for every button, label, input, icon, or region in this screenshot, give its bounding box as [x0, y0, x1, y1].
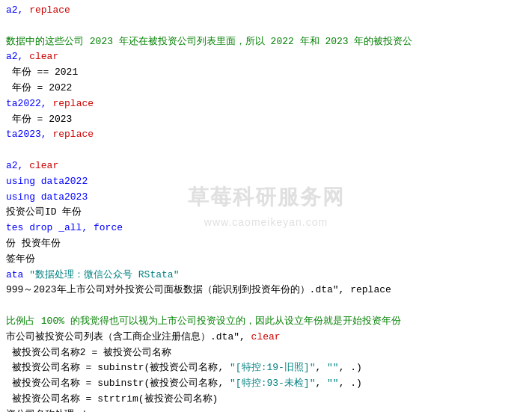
code-line: [6, 298, 526, 314]
code-line: ta2022, replace: [6, 96, 526, 112]
code-line: 市公司被投资公司列表（含工商企业注册信息）.dta", clear: [6, 330, 526, 345]
code-line: [6, 19, 526, 34]
code-line: 签年份: [6, 252, 526, 268]
code-line: using data2023: [6, 190, 526, 206]
code-line: 比例占 100% 的我觉得也可以视为上市公司投资设立的，因此从设立年份就是开始投…: [6, 314, 526, 330]
code-line: 999～2023年上市公司对外投资公司面板数据（能识别到投资年份的）.dta",…: [6, 283, 526, 298]
code-line: 资公司名称处理.do: [6, 408, 526, 412]
code-editor: 草莓科研服务网 www.caomeikeyan.com a2, replace …: [0, 0, 532, 412]
code-line: 被投资公司名称2 = 被投资公司名称: [6, 345, 526, 361]
code-line: 被投资公司名称 = subinstr(被投资公司名称, "[特控:19-旧照]"…: [6, 360, 526, 376]
code-line: 投资公司ID 年份: [6, 205, 526, 221]
code-line: a2, clear: [6, 159, 526, 174]
code-line: using data2022: [6, 174, 526, 190]
code-line: 年份 == 2021: [6, 65, 526, 81]
code-line: 份 投资年份: [6, 236, 526, 252]
code-line: tes drop _all, force: [6, 221, 526, 236]
code-line: 年份 = 2023: [6, 112, 526, 128]
code-line: 被投资公司名称 = strtrim(被投资公司名称): [6, 392, 526, 408]
code-line: a2, clear: [6, 49, 526, 65]
code-lines: a2, replace 数据中的这些公司 2023 年还在被投资公司列表里面，所…: [6, 3, 526, 412]
code-line: [6, 143, 526, 159]
code-line: ta2023, replace: [6, 127, 526, 143]
code-line: 数据中的这些公司 2023 年还在被投资公司列表里面，所以 2022 年和 20…: [6, 34, 526, 50]
code-line: a2, replace: [6, 3, 526, 19]
code-line: 被投资公司名称 = subinstr(被投资公司名称, "[特控:93-未检]"…: [6, 376, 526, 392]
code-line: 年份 = 2022: [6, 81, 526, 96]
code-line: ata "数据处理：微信公众号 RStata": [6, 268, 526, 283]
